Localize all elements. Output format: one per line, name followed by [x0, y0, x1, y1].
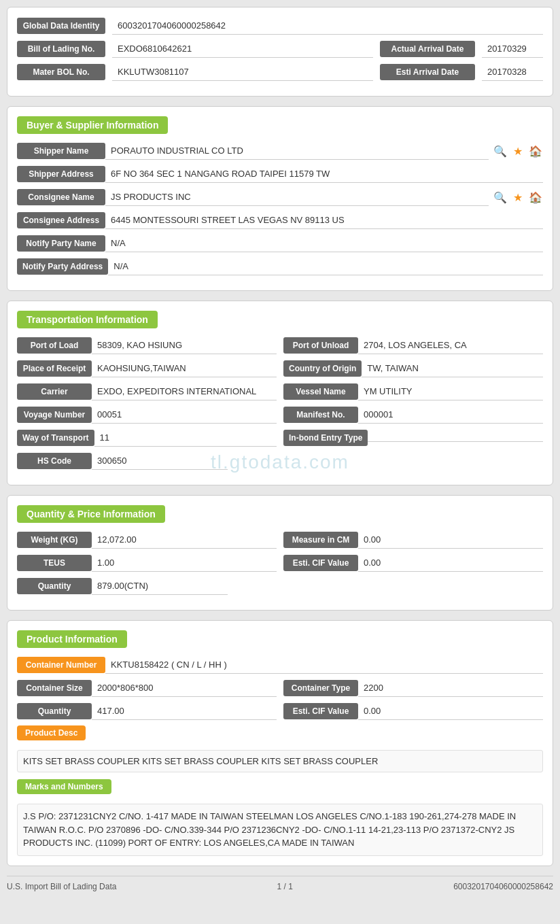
consignee-icons: 🔍 ★ 🏠	[493, 190, 543, 205]
transportation-header: Transportation Information	[17, 311, 158, 328]
transportation-card: Transportation Information Port of Load …	[7, 301, 553, 485]
mater-bol-value: KKLUTW3081107	[112, 63, 373, 81]
footer-center: 1 / 1	[277, 882, 293, 891]
measure-value: 0.00	[358, 531, 543, 549]
global-data-label: Global Data Identity	[17, 18, 105, 34]
actual-arrival-label: Actual Arrival Date	[380, 41, 475, 57]
notify-party-name-label: Notify Party Name	[17, 235, 105, 252]
marks-label: Marks and Numbers	[17, 779, 111, 794]
weight-label: Weight (KG)	[17, 532, 92, 548]
manifest-no-group: Manifest No. 000001	[283, 406, 543, 424]
teus-group: TEUS 1.00	[17, 554, 277, 572]
voyage-number-value: 00051	[92, 406, 277, 424]
container-number-row: Container Number KKTU8158422 ( CN / L / …	[17, 656, 543, 674]
quantity-price-header: Quantity & Price Information	[17, 505, 165, 523]
shipper-address-label: Shipper Address	[17, 166, 105, 182]
global-data-row: Global Data Identity 6003201704060000258…	[17, 17, 543, 35]
product-desc-section: Product Desc KITS SET BRASS COUPLER KITS…	[17, 725, 543, 772]
hs-code-label: HS Code	[17, 453, 92, 469]
measure-group: Measure in CM 0.00	[283, 531, 543, 549]
container-number-label: Container Number	[17, 657, 105, 673]
notify-party-name-value: N/A	[105, 235, 543, 252]
mater-bol-row: Mater BOL No. KKLUTW3081107 Esti Arrival…	[17, 63, 543, 81]
notify-party-name-row: Notify Party Name N/A	[17, 235, 543, 252]
voyage-number-label: Voyage Number	[17, 407, 92, 423]
container-size-value: 2000*806*800	[92, 679, 277, 697]
teus-value: 1.00	[92, 554, 277, 572]
port-load-value: 58309, KAO HSIUNG	[92, 337, 277, 354]
buyer-supplier-header: Buyer & Supplier Information	[17, 116, 168, 134]
consignee-name-group: Consignee Name JS PRODUCTS INC	[17, 188, 489, 206]
qp-esti-cif-value: 0.00	[358, 554, 543, 572]
home-icon[interactable]: 🏠	[528, 143, 543, 158]
shipper-icons: 🔍 ★ 🏠	[493, 143, 543, 158]
container-size-group: Container Size 2000*806*800	[17, 679, 277, 697]
pi-esti-cif-group: Esti. CIF Value 0.00	[283, 702, 543, 720]
country-origin-group: Country of Origin TW, TAIWAN	[283, 360, 543, 377]
manifest-no-value: 000001	[358, 406, 543, 424]
port-unload-label: Port of Unload	[283, 337, 358, 354]
search-icon[interactable]: 🔍	[493, 143, 508, 158]
qp-esti-cif-label: Esti. CIF Value	[283, 555, 358, 571]
hs-code-value: 300650	[92, 452, 228, 470]
inbond-entry-value	[368, 434, 543, 442]
inbond-entry-group: In-bond Entry Type	[283, 430, 543, 446]
pi-quantity-label: Quantity	[17, 703, 92, 719]
shipper-address-row: Shipper Address 6F NO 364 SEC 1 NANGANG …	[17, 165, 543, 183]
qp-esti-cif-group: Esti. CIF Value 0.00	[283, 554, 543, 572]
global-data-value: 600320170406000025864​2	[112, 17, 543, 35]
consignee-name-label: Consignee Name	[17, 189, 105, 205]
shipper-name-value: PORAUTO INDUSTRIAL CO LTD	[105, 142, 489, 160]
product-desc-value: KITS SET BRASS COUPLER KITS SET BRASS CO…	[17, 750, 543, 772]
consignee-name-row: Consignee Name JS PRODUCTS INC 🔍 ★ 🏠	[17, 188, 543, 206]
footer-left: U.S. Import Bill of Lading Data	[7, 882, 116, 891]
home-icon-2[interactable]: 🏠	[528, 190, 543, 205]
bol-row: Bill of Lading No. EXDO6810642621 Actual…	[17, 40, 543, 58]
pi-esti-cif-value: 0.00	[358, 702, 543, 720]
actual-arrival-value: 20170329	[482, 40, 543, 58]
vessel-name-label: Vessel Name	[283, 383, 358, 400]
manifest-no-label: Manifest No.	[283, 407, 358, 423]
esti-arrival-value: 20170328	[482, 63, 543, 81]
notify-party-address-label: Notify Party Address	[17, 258, 108, 275]
way-transport-group: Way of Transport 11	[17, 429, 277, 447]
container-type-value: 2200	[358, 679, 543, 697]
way-transport-value: 11	[94, 429, 277, 447]
container-type-group: Container Type 2200	[283, 679, 543, 697]
shipper-name-label: Shipper Name	[17, 143, 105, 159]
notify-party-address-value: N/A	[108, 258, 543, 275]
port-load-label: Port of Load	[17, 337, 92, 354]
star-icon-2[interactable]: ★	[510, 190, 525, 205]
port-unload-group: Port of Unload 2704, LOS ANGELES, CA	[283, 337, 543, 354]
transport-inbond-row: Way of Transport 11 In-bond Entry Type	[17, 429, 543, 447]
way-transport-label: Way of Transport	[17, 430, 94, 446]
buyer-supplier-card: Buyer & Supplier Information Shipper Nam…	[7, 106, 553, 291]
search-icon-2[interactable]: 🔍	[493, 190, 508, 205]
place-receipt-label: Place of Receipt	[17, 360, 92, 377]
inbond-entry-label: In-bond Entry Type	[283, 430, 368, 446]
mater-bol-label: Mater BOL No.	[17, 64, 105, 80]
bol-label: Bill of Lading No.	[17, 41, 105, 57]
shipper-address-value: 6F NO 364 SEC 1 NANGANG ROAD TAIPEI 1157…	[105, 165, 543, 183]
measure-label: Measure in CM	[283, 532, 358, 548]
vessel-name-value: YM UTILITY	[358, 383, 543, 400]
identity-card: Global Data Identity 6003201704060000258…	[7, 7, 553, 97]
consignee-address-value: 6445 MONTESSOURI STREET LAS VEGAS NV 891…	[105, 211, 543, 229]
notify-party-address-row: Notify Party Address N/A	[17, 258, 543, 275]
pi-quantity-value: 417.00	[92, 702, 277, 720]
place-receipt-group: Place of Receipt KAOHSIUNG,TAIWAN	[17, 360, 277, 377]
product-info-header: Product Information	[17, 630, 127, 648]
carrier-vessel-row: Carrier EXDO, EXPEDITORS INTERNATIONAL V…	[17, 383, 543, 400]
qp-quantity-row: Quantity 879.00(CTN)	[17, 577, 543, 595]
place-receipt-value: KAOHSIUNG,TAIWAN	[92, 360, 277, 377]
consignee-address-label: Consignee Address	[17, 212, 105, 228]
teus-cif-row: TEUS 1.00 Esti. CIF Value 0.00	[17, 554, 543, 572]
product-desc-label: Product Desc	[17, 725, 86, 740]
star-icon[interactable]: ★	[510, 143, 525, 158]
bol-value: EXDO6810642621	[112, 40, 373, 58]
weight-value: 12,072.00	[92, 531, 277, 549]
shipper-name-row: Shipper Name PORAUTO INDUSTRIAL CO LTD 🔍…	[17, 142, 543, 160]
container-number-value: KKTU8158422 ( CN / L / HH )	[105, 656, 543, 674]
footer-right: 600320170406000025864​2	[453, 882, 553, 891]
hs-code-row: HS Code 300650	[17, 452, 543, 470]
